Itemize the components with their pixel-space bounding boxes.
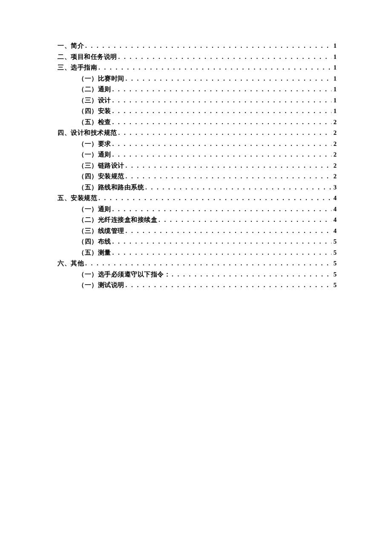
toc-leader bbox=[170, 269, 331, 280]
toc-entry: （五）路线和路由系统3 bbox=[58, 182, 337, 193]
toc-page: 1 bbox=[331, 41, 337, 52]
toc-label: （一）选手必须遵守以下指令： bbox=[78, 269, 170, 280]
toc-page: 1 bbox=[331, 62, 337, 73]
toc-entry: 二、项目和任务说明1 bbox=[58, 52, 337, 63]
toc-leader bbox=[97, 193, 331, 204]
toc-leader bbox=[111, 117, 332, 128]
toc-entry: （三）线缆管理4 bbox=[58, 226, 337, 237]
toc-leader bbox=[111, 236, 332, 247]
toc-label: 六、其他 bbox=[58, 258, 84, 269]
toc-leader bbox=[124, 226, 332, 237]
toc-page: 2 bbox=[331, 160, 337, 171]
toc-page: 1 bbox=[331, 84, 337, 95]
toc-label: （一）通则 bbox=[78, 204, 111, 215]
toc-leader bbox=[111, 247, 332, 259]
toc-page: 2 bbox=[331, 128, 337, 139]
toc-leader bbox=[84, 41, 331, 52]
toc-leader bbox=[84, 258, 331, 269]
toc-label: （五）检查 bbox=[78, 117, 111, 128]
toc-label: （一）要求 bbox=[78, 139, 111, 150]
toc-page: 4 bbox=[331, 215, 337, 226]
toc-entry: （四）布线5 bbox=[58, 236, 337, 247]
toc-page: 5 bbox=[331, 269, 337, 280]
toc-label: （四）布线 bbox=[78, 236, 111, 247]
toc-entry: 一、简介1 bbox=[58, 41, 337, 52]
toc-entry: （二）光纤连接盒和接续盒4 bbox=[58, 215, 337, 226]
toc-entry: 三、选手指南1 bbox=[58, 62, 337, 73]
toc-entry: 六、其他5 bbox=[58, 258, 337, 269]
toc-entry: （一）要求2 bbox=[58, 139, 337, 150]
toc-page: 2 bbox=[331, 149, 337, 160]
toc-page: 4 bbox=[331, 204, 337, 215]
toc-label: （二）光纤连接盒和接续盒 bbox=[78, 215, 157, 226]
toc-leader bbox=[111, 84, 332, 95]
toc-entry: （三）设计1 bbox=[58, 95, 337, 106]
toc-entry: （一）测试说明5 bbox=[58, 280, 337, 291]
toc-page: 4 bbox=[331, 226, 337, 237]
toc-leader bbox=[111, 106, 332, 117]
toc-label: 五、安装规范 bbox=[58, 193, 97, 204]
toc-label: （三）线缆管理 bbox=[78, 226, 124, 237]
toc-label: （四）安装规范 bbox=[78, 171, 124, 182]
toc-entry: （三）链路设计2 bbox=[58, 160, 337, 171]
toc-label: 二、项目和任务说明 bbox=[58, 52, 117, 63]
toc-entry: （二）通则1 bbox=[58, 84, 337, 95]
toc-page: 5 bbox=[331, 247, 337, 259]
toc-label: （二）通则 bbox=[78, 84, 111, 95]
toc-label: （一）测试说明 bbox=[78, 280, 124, 291]
toc-page: 5 bbox=[331, 236, 337, 247]
toc-leader bbox=[124, 171, 332, 182]
toc-entry: （五）检查2 bbox=[58, 117, 337, 128]
toc-page: 2 bbox=[331, 171, 337, 182]
toc-page: 1 bbox=[331, 106, 337, 117]
toc-entry: （五）测量5 bbox=[58, 247, 337, 259]
toc-leader bbox=[124, 73, 332, 84]
toc-leader bbox=[111, 95, 332, 106]
toc-leader bbox=[117, 52, 332, 63]
toc-page: 1 bbox=[331, 52, 337, 63]
toc-entry: （一）比赛时间1 bbox=[58, 73, 337, 84]
toc-label: 三、选手指南 bbox=[58, 62, 97, 73]
toc-label: （四）安装 bbox=[78, 106, 111, 117]
toc-label: （三）设计 bbox=[78, 95, 111, 106]
toc-leader bbox=[97, 62, 331, 73]
toc-leader bbox=[157, 215, 331, 226]
toc-page: 2 bbox=[331, 139, 337, 150]
toc-page: 2 bbox=[331, 117, 337, 128]
toc-page: 1 bbox=[331, 73, 337, 84]
toc-label: （五）测量 bbox=[78, 247, 111, 259]
toc-label: （三）链路设计 bbox=[78, 160, 124, 171]
toc-entry: 五、安装规范4 bbox=[58, 193, 337, 204]
toc-entry: （一）通则4 bbox=[58, 204, 337, 215]
toc-page: 5 bbox=[331, 280, 337, 291]
toc-leader bbox=[111, 139, 332, 150]
toc-label: （一）通则 bbox=[78, 149, 111, 160]
toc-page: 1 bbox=[331, 95, 337, 106]
toc-leader bbox=[111, 204, 332, 215]
toc-label: （一）比赛时间 bbox=[78, 73, 124, 84]
toc-entry: （四）安装规范2 bbox=[58, 171, 337, 182]
toc-entry: （一）通则2 bbox=[58, 149, 337, 160]
toc-leader bbox=[117, 128, 332, 139]
toc-leader bbox=[111, 149, 332, 160]
toc-entry: 四、设计和技术规范2 bbox=[58, 128, 337, 139]
toc-label: （五）路线和路由系统 bbox=[78, 182, 144, 193]
toc-leader bbox=[144, 182, 331, 193]
toc-entry: （四）安装1 bbox=[58, 106, 337, 117]
toc-page: 5 bbox=[331, 258, 337, 269]
toc-leader bbox=[124, 160, 332, 171]
toc-label: 四、设计和技术规范 bbox=[58, 128, 117, 139]
toc-page: 3 bbox=[331, 182, 337, 193]
toc-page: 4 bbox=[331, 193, 337, 204]
toc-label: 一、简介 bbox=[58, 41, 84, 52]
toc-leader bbox=[124, 280, 332, 291]
toc-entry: （一）选手必须遵守以下指令：5 bbox=[58, 269, 337, 280]
